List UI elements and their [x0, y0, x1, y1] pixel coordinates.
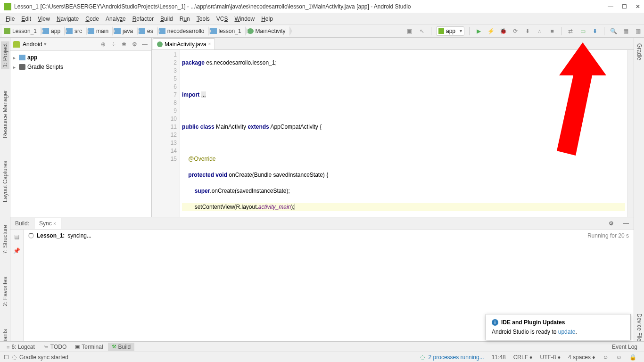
menu-refactor[interactable]: Refactor: [130, 15, 157, 23]
menu-build[interactable]: Build: [157, 15, 176, 23]
tab-resource-manager[interactable]: Resource Manager: [1, 88, 9, 140]
debug-button[interactable]: 🐞: [499, 27, 507, 35]
project-view-selector[interactable]: Android: [23, 41, 42, 48]
crumb-file[interactable]: MainActivity: [245, 25, 289, 37]
run-configuration[interactable]: app: [436, 26, 464, 36]
gear-icon[interactable]: ⚙: [604, 218, 619, 229]
running-time: Running for 20 s: [587, 232, 629, 239]
tab-logcat[interactable]: ≡6: Logcat: [3, 343, 39, 351]
maximize-button[interactable]: ☐: [622, 3, 627, 10]
collapse-icon[interactable]: ✱: [120, 41, 128, 48]
project-structure-icon[interactable]: ▥: [634, 27, 642, 35]
tab-event-log[interactable]: Event Log: [608, 343, 641, 351]
crumb-pkg[interactable]: necodesarrollo: [157, 25, 208, 37]
menu-navigate[interactable]: Navigate: [54, 15, 82, 23]
sdk-manager-icon[interactable]: ⬇: [591, 27, 599, 35]
info-icon: i: [492, 319, 498, 326]
editor-tabs: MainActivity.java ×: [152, 38, 634, 50]
status-indicator-icon[interactable]: ☐: [4, 354, 9, 361]
crumb-label: main: [96, 28, 108, 34]
menu-analyze[interactable]: Analyze: [103, 15, 129, 23]
indent[interactable]: 4 spaces ♦: [568, 354, 595, 361]
tab-label: Sync: [39, 220, 52, 227]
pin-icon[interactable]: 📌: [13, 247, 20, 254]
profile-icon[interactable]: ⟳: [511, 27, 520, 35]
scroll-target-icon[interactable]: ⊕: [99, 41, 107, 48]
menu-edit[interactable]: Edit: [18, 15, 34, 23]
crumb-main[interactable]: main: [86, 25, 112, 37]
titlebar: Lesson_1 [C:\Users\BEASERGEY\AndroidStud…: [0, 0, 644, 13]
settings-icon[interactable]: ▦: [621, 27, 630, 35]
avd-manager-icon[interactable]: ▭: [578, 27, 587, 35]
layout-icon[interactable]: ▤: [14, 233, 19, 240]
menu-run[interactable]: Run: [177, 15, 193, 23]
update-link[interactable]: update: [558, 329, 576, 335]
lock-icon[interactable]: 🔒: [629, 354, 636, 361]
line-separator[interactable]: CRLF ♦: [513, 354, 533, 361]
tab-label: MainActivity.java: [165, 41, 206, 48]
minimize-button[interactable]: —: [608, 3, 613, 10]
tab-project[interactable]: 1: Project: [1, 41, 9, 69]
build-tab-label: Build:: [10, 218, 34, 229]
crumb-root[interactable]: Lesson_1: [2, 25, 41, 37]
menu-view[interactable]: View: [35, 15, 53, 23]
menu-vcs[interactable]: VCS: [214, 15, 231, 23]
encoding[interactable]: UTF-8 ♦: [540, 354, 561, 361]
tab-todo[interactable]: ≔TODO: [40, 343, 70, 351]
close-button[interactable]: ✕: [636, 3, 640, 10]
tab-gradle[interactable]: Gradle: [635, 41, 644, 62]
crumb-src[interactable]: src: [64, 25, 86, 37]
statusbar: ☐ ◌ Gradle sync started ◌ 2 processes ru…: [0, 352, 644, 362]
project-panel-header: Android ▾ ⊕ ≑ ✱ ⚙ —: [10, 38, 151, 51]
gear-icon[interactable]: ⚙: [131, 41, 138, 48]
java-file-icon: [157, 41, 163, 47]
crumb-es[interactable]: es: [137, 25, 157, 37]
menu-help[interactable]: Help: [258, 15, 276, 23]
search-icon[interactable]: 🔍: [609, 27, 618, 35]
attach-debugger-icon[interactable]: ⬇: [523, 27, 532, 35]
hide-panel-icon[interactable]: —: [141, 41, 149, 48]
close-tab-icon[interactable]: ×: [208, 41, 211, 47]
sync-icon[interactable]: ↖: [418, 27, 426, 35]
build-project-label: Lesson_1:: [37, 232, 65, 239]
menu-tools[interactable]: Tools: [194, 15, 213, 23]
sync-line[interactable]: Lesson_1: syncing...: [28, 232, 629, 239]
tree-item-gradle[interactable]: ▸Gradle Scripts: [13, 62, 149, 72]
build-panel-tabs: Build: Sync × ⚙ —: [10, 217, 634, 230]
apply-changes-icon[interactable]: ⚡: [487, 27, 495, 35]
processes-link[interactable]: 2 processes running...: [429, 354, 484, 361]
menu-code[interactable]: Code: [83, 15, 102, 23]
caret-position[interactable]: 11:48: [492, 354, 506, 361]
run-button[interactable]: ▶: [474, 27, 483, 35]
menu-window[interactable]: Window: [231, 15, 257, 23]
tab-terminal[interactable]: ▣Terminal: [71, 343, 107, 351]
inspection-icon[interactable]: ☺: [603, 354, 608, 361]
chevron-down-icon[interactable]: ▾: [44, 41, 47, 47]
sync-gradle-icon[interactable]: ⇄: [566, 27, 575, 35]
build-side-toolbar: ▤ 📌: [10, 230, 24, 341]
crumb-label: app: [51, 28, 60, 34]
editor-tab[interactable]: MainActivity.java ×: [153, 38, 215, 49]
tab-structure[interactable]: 7: Structure: [1, 223, 9, 256]
tab-favorites[interactable]: 2: Favorites: [1, 275, 9, 308]
build-tab-sync[interactable]: Sync ×: [34, 218, 61, 229]
stop-button[interactable]: ■: [548, 27, 556, 35]
crumb-label: Lesson_1: [12, 28, 37, 34]
hide-panel-icon[interactable]: —: [619, 218, 634, 229]
device-selector-icon[interactable]: ▣: [405, 27, 414, 35]
expand-icon[interactable]: ≑: [110, 41, 117, 48]
crumb-lesson[interactable]: lesson_1: [208, 25, 245, 37]
tab-build[interactable]: ⚒Build: [108, 343, 135, 351]
gradle-icon: [19, 64, 25, 70]
coverage-icon[interactable]: ⛬: [536, 27, 544, 35]
build-status: syncing...: [67, 232, 91, 239]
window-title: Lesson_1 [C:\Users\BEASERGEY\AndroidStud…: [14, 3, 608, 10]
tree-item-app[interactable]: ▸app: [13, 53, 149, 62]
tab-layout-captures[interactable]: Layout Captures: [1, 159, 9, 204]
crumb-app[interactable]: app: [41, 25, 64, 37]
left-toolwindow-bar: 1: Project Resource Manager Layout Captu…: [0, 38, 10, 352]
update-popup[interactable]: iIDE and Plugin Updates Android Studio i…: [486, 314, 631, 340]
crumb-java[interactable]: java: [112, 25, 137, 37]
menu-file[interactable]: File: [3, 15, 17, 23]
memory-icon[interactable]: ☺: [616, 354, 622, 361]
